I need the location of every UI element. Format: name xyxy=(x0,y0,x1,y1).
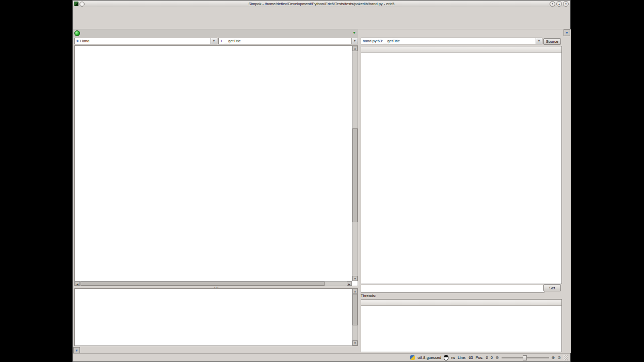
scroll-down-icon[interactable]: ▼ xyxy=(352,340,358,345)
class-combo[interactable]: ❖ Hand ▼ xyxy=(74,38,217,44)
editor-vertical-scrollbar[interactable]: ▲ ▼ xyxy=(352,46,358,281)
scroll-up-icon[interactable]: ▲ xyxy=(352,289,358,294)
rw-indicator: rw xyxy=(451,355,455,360)
maximize-button[interactable]: ▴ xyxy=(556,1,562,7)
set-button[interactable]: Set xyxy=(543,284,561,291)
pos-label: Pos: xyxy=(476,355,484,360)
debug-viewer-panel: hand.py:63:__getTitle ▼ Source Set Threa… xyxy=(360,29,563,353)
right-sidebar: ▼ xyxy=(563,29,571,353)
close-button[interactable]: ✕ xyxy=(563,1,569,7)
zoom-reset-icon[interactable]: ⊙ xyxy=(557,355,561,360)
statusbar: utf-8-guessed rw Line: 63 Pos: 0 0 ⊖ ⊕ ⊙ xyxy=(73,353,570,361)
filter-icon[interactable]: ▼ xyxy=(564,29,570,36)
tab-list-dropdown-icon[interactable]: ▼ xyxy=(351,30,357,36)
zoom-out-icon[interactable]: ⊖ xyxy=(495,355,499,360)
resize-grip[interactable] xyxy=(564,355,568,360)
locals-table[interactable] xyxy=(361,46,562,284)
pos-value: 0 xyxy=(486,355,488,360)
slider-thumb[interactable] xyxy=(523,355,527,360)
scroll-left-icon[interactable]: ◀ xyxy=(75,282,80,286)
navigation-combos: ❖ Hand ▼ ✦ __getTitle ▼ xyxy=(73,37,358,45)
method-combo[interactable]: ✦ __getTitle ▼ xyxy=(218,38,358,44)
stack-frame-row: hand.py:63:__getTitle ▼ Source xyxy=(360,37,563,46)
toolbar-debug xyxy=(73,22,570,29)
scrollbar-thumb[interactable] xyxy=(352,294,358,325)
source-button[interactable]: Source xyxy=(543,38,561,45)
scrollbar-thumb[interactable] xyxy=(81,282,325,286)
chevron-down-icon[interactable]: ▼ xyxy=(211,38,217,44)
shell-vertical-scrollbar[interactable]: ▲ ▼ xyxy=(352,289,358,345)
filter-icon[interactable]: ▼ xyxy=(73,347,80,354)
app-window: Simpok - /home/detlev/Development/Python… xyxy=(72,0,571,362)
line-label: Line: xyxy=(458,355,466,360)
online-led-icon xyxy=(74,30,80,36)
locals-header[interactable] xyxy=(361,46,561,53)
method-combo-value: __getTitle xyxy=(224,39,351,43)
window-title: Simpok - /home/detlev/Development/Python… xyxy=(73,2,570,6)
minimize-button[interactable]: ▾ xyxy=(550,1,555,7)
scroll-down-icon[interactable]: ▼ xyxy=(352,276,358,281)
class-icon: ❖ xyxy=(76,39,79,43)
scroll-right-icon[interactable]: ▶ xyxy=(347,282,352,286)
chevron-down-icon[interactable]: ▼ xyxy=(536,38,542,44)
zoom-in-icon[interactable]: ⊕ xyxy=(552,355,555,360)
variable-filter-input[interactable] xyxy=(361,285,544,293)
eol-penguin-icon xyxy=(444,355,448,360)
menubar xyxy=(73,7,570,14)
python-icon xyxy=(410,355,415,360)
line-value: 63 xyxy=(469,355,473,360)
toolbar-file xyxy=(73,14,570,22)
zoom-slider[interactable] xyxy=(502,355,549,360)
stack-frame-combo[interactable]: hand.py:63:__getTitle ▼ xyxy=(361,38,542,44)
threads-label: Threads: xyxy=(361,293,376,298)
scroll-up-icon[interactable]: ▲ xyxy=(352,46,358,51)
code-editor[interactable]: ▲ ▼ ◀ ▶ xyxy=(74,45,358,286)
zoom-value: 0 xyxy=(491,355,493,360)
threads-header[interactable] xyxy=(361,300,561,306)
editor-horizontal-scrollbar[interactable]: ◀ ▶ xyxy=(75,281,352,286)
class-combo-value: Hand xyxy=(80,39,211,43)
shell-panel[interactable]: ▲ ▼ xyxy=(74,288,358,346)
encoding-indicator: utf-8-guessed xyxy=(417,355,441,360)
stack-frame-value: hand.py:63:__getTitle xyxy=(361,39,536,43)
scrollbar-thumb[interactable] xyxy=(352,128,358,222)
threads-table[interactable] xyxy=(361,299,562,352)
editor-tabbar xyxy=(73,29,358,38)
method-icon: ✦ xyxy=(220,39,223,43)
titlebar: Simpok - /home/detlev/Development/Python… xyxy=(73,1,570,7)
chevron-down-icon[interactable]: ▼ xyxy=(351,38,358,44)
